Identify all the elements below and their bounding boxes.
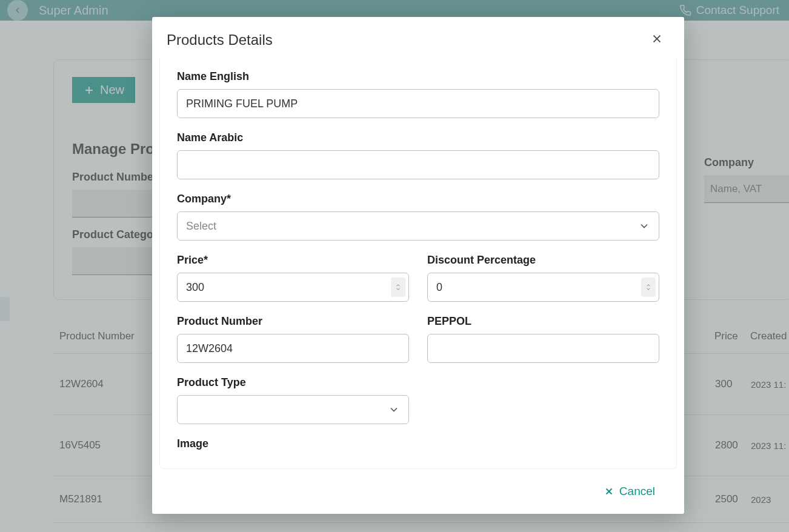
label-name-arabic: Name Arabic <box>177 131 659 144</box>
field-company: Company* Select <box>177 193 659 241</box>
label-discount: Discount Percentage <box>427 254 659 267</box>
field-name-english: Name English <box>177 70 659 118</box>
chevron-down-icon <box>638 220 650 232</box>
label-product-number: Product Number <box>177 315 409 328</box>
label-product-type: Product Type <box>177 376 409 389</box>
modal-header: Products Details <box>152 17 684 58</box>
modal-footer: Cancel <box>152 476 684 514</box>
select-product-type[interactable] <box>177 395 409 424</box>
chevron-down-icon <box>388 404 400 416</box>
input-name-english[interactable] <box>177 89 659 118</box>
label-peppol: PEPPOL <box>427 315 659 328</box>
input-price[interactable] <box>177 273 409 302</box>
field-product-type: Product Type <box>177 376 409 424</box>
field-image: Image <box>177 437 659 450</box>
label-image: Image <box>177 437 659 450</box>
field-discount: Discount Percentage <box>427 254 659 302</box>
input-peppol[interactable] <box>427 334 659 363</box>
field-price: Price* <box>177 254 409 302</box>
label-price: Price* <box>177 254 409 267</box>
field-peppol: PEPPOL <box>427 315 659 363</box>
input-name-arabic[interactable] <box>177 150 659 179</box>
cancel-button-label: Cancel <box>619 485 655 498</box>
product-details-modal: Products Details Name English Name Arabi… <box>152 17 684 514</box>
label-name-english: Name English <box>177 70 659 83</box>
field-product-number: Product Number <box>177 315 409 363</box>
field-name-arabic: Name Arabic <box>177 131 659 179</box>
close-icon <box>604 486 614 497</box>
chevron-down-icon <box>395 287 401 291</box>
close-icon <box>650 32 664 45</box>
discount-stepper[interactable] <box>641 278 656 297</box>
modal-body: Name English Name Arabic Company* Select… <box>152 58 684 476</box>
select-company[interactable]: Select <box>177 211 659 241</box>
cancel-button[interactable]: Cancel <box>604 485 655 498</box>
input-discount[interactable] <box>427 273 659 302</box>
modal-title: Products Details <box>167 32 273 48</box>
select-company-value: Select <box>186 220 216 233</box>
price-stepper[interactable] <box>391 278 405 297</box>
close-button[interactable] <box>650 32 664 48</box>
chevron-down-icon <box>645 287 651 291</box>
input-product-number[interactable] <box>177 334 409 363</box>
label-company: Company* <box>177 193 659 205</box>
